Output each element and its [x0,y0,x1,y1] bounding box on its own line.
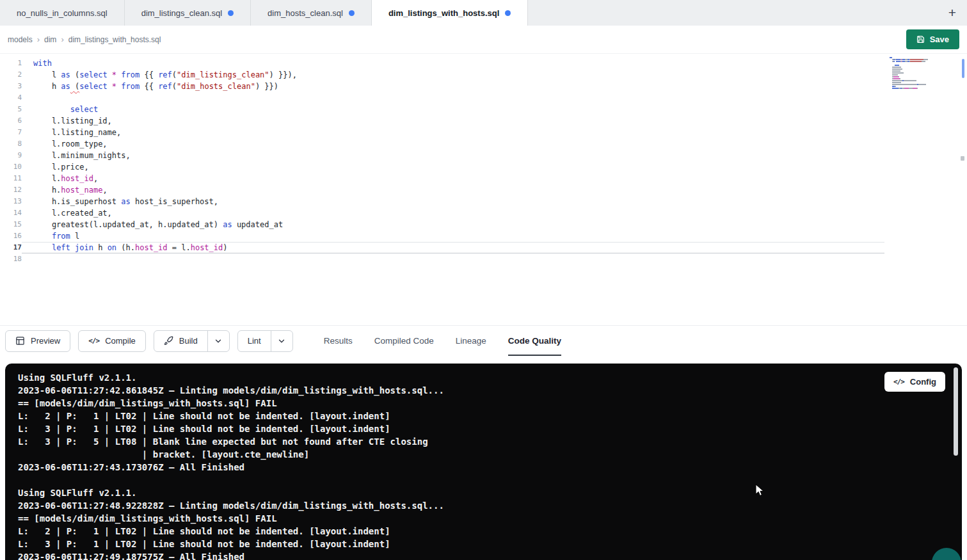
lint-dropdown-button[interactable] [271,331,292,351]
code-token: h.is_superhost [33,197,121,206]
code-line[interactable]: 16 from l [0,230,884,242]
line-number: 1 [0,58,22,69]
build-button[interactable]: Build [154,331,207,351]
code-line[interactable]: 6 l.listing_id, [0,115,884,127]
code-icon: </> [893,378,904,386]
editor-tab[interactable]: dim_hosts_clean.sql [251,0,372,26]
breadcrumb-item[interactable]: dim [44,35,56,44]
code-token: * [112,82,116,91]
code-line[interactable]: 18 [0,253,884,265]
code-text: l.listing_name, [22,127,884,138]
code-text: left join h on (h.host_id = l.host_id) [22,242,884,253]
build-dropdown-button[interactable] [207,331,229,351]
code-token: from [52,232,70,241]
code-token: host_name [61,186,102,195]
code-line[interactable]: 2 l as (select * from {{ ref("dim_listin… [0,69,884,81]
minimap-segment [895,65,899,66]
preview-grid-icon [15,336,25,346]
code-line[interactable]: 15 greatest(l.updated_at, h.updated_at) … [0,219,884,230]
minimap-segment [892,70,900,72]
code-token: l.listing_name, [33,128,121,137]
code-line[interactable]: 14 l.created_at, [0,207,884,219]
terminal-scrollbar-thumb[interactable] [954,367,958,456]
minimap-segment [892,67,901,68]
breadcrumb-item[interactable]: models [8,35,33,44]
code-line[interactable]: 13 h.is_superhost as host_is_superhost, [0,196,884,207]
code-line[interactable]: 11 l.host_id, [0,173,884,184]
terminal-line: L: 2 | P: 1 | LT02 | Line should not be … [18,410,962,422]
code-line[interactable]: 12 h.host_name, [0,184,884,196]
code-editor[interactable]: 1with2 l as (select * from {{ ref("dim_l… [0,54,967,325]
compile-button[interactable]: </> Compile [78,330,146,352]
code-icon: </> [88,337,99,345]
editor-tab[interactable]: dim_listings_clean.sql [125,0,251,26]
terminal-line: Using SQLFluff v2.1.1. [18,371,962,384]
code-text: h.host_name, [22,184,884,196]
code-token: * [112,70,116,79]
terminal-line [18,474,962,486]
config-button[interactable]: </> Config [884,372,945,392]
code-token: ( [70,82,79,91]
code-token: on [108,243,116,252]
minimap-segment [893,78,899,79]
file-tabs: no_nulls_in_columns.sqldim_listings_clea… [0,0,528,26]
code-token: ) }}), [269,70,297,79]
build-split-button: Build [154,330,230,352]
editor-tab[interactable]: no_nulls_in_columns.sql [0,0,125,26]
minimap-line [890,65,936,66]
line-number: 2 [0,69,22,81]
editor-scrollbar-thumb[interactable] [961,156,964,161]
code-token: {{ [140,70,158,79]
panel-tab-lineage[interactable]: Lineage [456,326,486,356]
panel-tab-compiled-code[interactable]: Compiled Code [374,326,434,356]
unsaved-indicator-dot [228,10,234,16]
code-line[interactable]: 9 l.minimum_nights, [0,150,884,161]
new-tab-button[interactable]: + [938,0,967,26]
minimap-gap [890,65,895,66]
result-panel-tabs: ResultsCompiled CodeLineageCode Quality [324,326,561,356]
line-number: 3 [0,81,22,92]
code-token: h [33,82,61,91]
preview-button[interactable]: Preview [5,330,70,352]
minimap[interactable] [890,57,936,91]
code-line[interactable]: 5 select [0,104,884,115]
code-token: host_id [191,243,223,252]
lint-button[interactable]: Lint [238,331,271,351]
minimap-line [890,74,936,76]
breadcrumb-separator: › [37,35,40,44]
code-text: from l [22,230,884,242]
code-text: l.created_at, [22,207,884,219]
breadcrumb: models›dim›dim_listings_with_hosts.sql [8,35,161,44]
terminal-line: 2023-06-06T11:27:42.861845Z — Linting mo… [18,384,962,397]
compile-button-label: Compile [105,336,136,346]
code-token: select [79,82,107,91]
minimap-segment [895,86,896,87]
config-button-label: Config [910,377,936,387]
unsaved-indicator-dot [349,10,355,16]
lint-split-button: Lint [237,330,293,352]
line-number: 18 [0,253,22,265]
save-button[interactable]: Save [906,29,959,49]
minimap-segment [900,78,900,79]
code-token: host_id [135,243,168,252]
terminal-line: Using SQLFluff v2.1.1. [18,486,962,499]
code-token: l [70,232,79,241]
code-line[interactable]: 7 l.listing_name, [0,127,884,138]
code-line[interactable]: 4 [0,92,884,104]
code-line[interactable]: 17 left join h on (h.host_id = l.host_id… [0,242,884,253]
panel-tab-code-quality[interactable]: Code Quality [508,326,561,356]
breadcrumb-item[interactable]: dim_listings_with_hosts.sql [68,35,161,44]
editor-tab-bar: no_nulls_in_columns.sqldim_listings_clea… [0,0,967,26]
line-number: 17 [0,242,22,253]
code-line[interactable]: 10 l.price, [0,161,884,173]
code-line[interactable]: 8 l.room_type, [0,138,884,150]
code-line[interactable]: 3 h as (select * from {{ ref("dim_hosts_… [0,81,884,92]
code-token: host_is_superhost, [131,197,218,206]
code-text: with [22,58,884,69]
code-token: = l. [168,243,191,252]
code-token: {{ [140,82,158,91]
panel-tab-results[interactable]: Results [324,326,353,356]
editor-tab[interactable]: dim_listings_with_hosts.sql [372,0,528,26]
code-line[interactable]: 1with [0,58,884,69]
minimap-line [890,57,936,58]
